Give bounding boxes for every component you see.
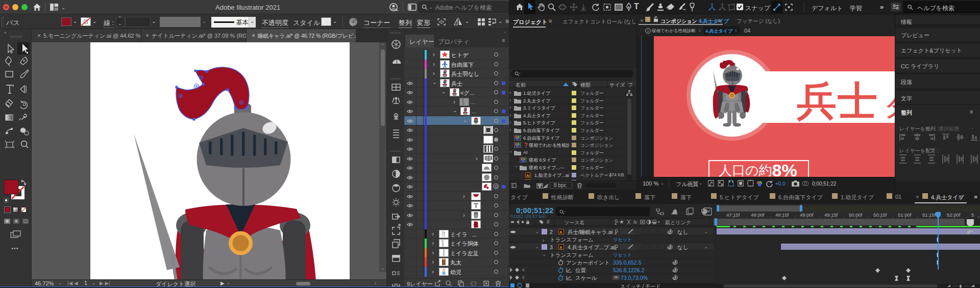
svg-text:Ai: Ai — [526, 173, 530, 177]
svg-text:A: A — [559, 230, 562, 234]
svg-text:A: A — [559, 246, 562, 249]
svg-text:fx: fx — [633, 220, 638, 225]
svg-text:+: + — [396, 8, 399, 12]
svg-text:?: ? — [647, 29, 649, 34]
